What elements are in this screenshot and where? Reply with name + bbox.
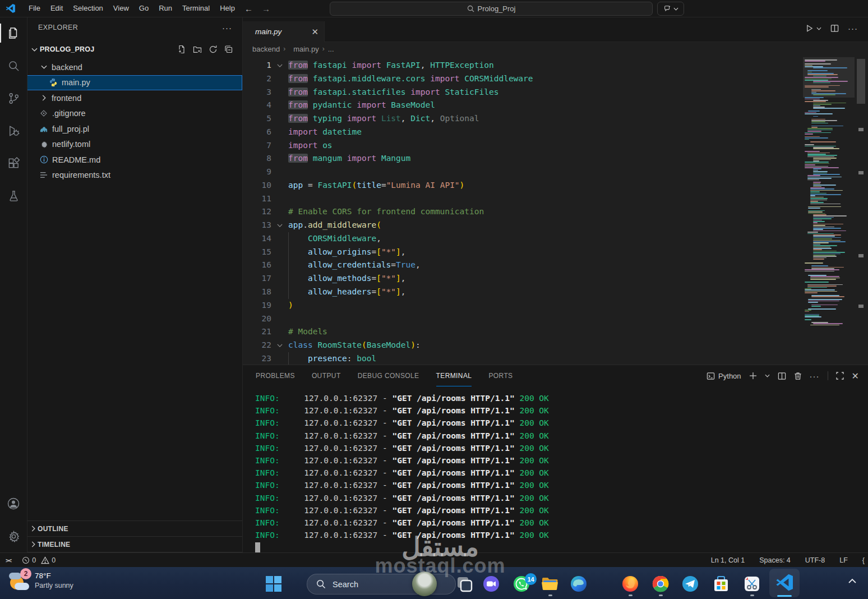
problems-status[interactable]: 0 0 xyxy=(22,556,56,564)
tree-item-requirements-txt[interactable]: requirements.txt xyxy=(27,168,242,183)
code-line-15[interactable]: 15 allow_origins=["*"], xyxy=(242,246,868,259)
panel-tab-debug-console[interactable]: DEBUG CONSOLE xyxy=(358,365,419,386)
explorer-more-actions[interactable]: ··· xyxy=(222,23,232,33)
code-line-13[interactable]: 13app.add_middleware( xyxy=(242,219,868,232)
menu-edit[interactable]: Edit xyxy=(45,0,68,17)
tree-item-full-proj-pl[interactable]: full_proj.pl xyxy=(27,121,242,137)
scrollbar-thumb[interactable] xyxy=(857,59,865,104)
maximize-panel-icon[interactable] xyxy=(836,372,844,380)
menu-file[interactable]: File xyxy=(24,0,45,17)
code-line-21[interactable]: 21# Models xyxy=(242,325,868,339)
menu-help[interactable]: Help xyxy=(215,0,240,17)
code-line-11[interactable]: 11 xyxy=(242,192,868,206)
show-hidden-icons-chevron[interactable] xyxy=(848,578,857,584)
panel-tab-problems[interactable]: PROBLEMS xyxy=(256,365,295,386)
activity-settings[interactable] xyxy=(0,520,27,552)
activity-account[interactable] xyxy=(0,487,27,520)
indentation[interactable]: Spaces: 4 xyxy=(759,556,791,564)
tree-item-main-py[interactable]: main.py xyxy=(27,75,242,91)
tree-item--gitignore[interactable]: .gitignore xyxy=(27,106,242,122)
run-button[interactable] xyxy=(805,24,821,33)
outline-section[interactable]: OUTLINE xyxy=(27,520,242,536)
refresh-icon[interactable] xyxy=(209,45,218,54)
menu-run[interactable]: Run xyxy=(154,0,177,17)
task-view-button[interactable] xyxy=(456,575,473,592)
split-terminal-icon[interactable] xyxy=(778,372,786,380)
chat-app-icon[interactable] xyxy=(483,575,500,592)
code-line-4[interactable]: 4from pydantic import BaseModel xyxy=(242,99,868,112)
code-line-20[interactable]: 20 xyxy=(242,312,868,326)
more-actions-icon[interactable]: ··· xyxy=(848,24,858,33)
activity-extensions[interactable] xyxy=(0,147,27,179)
telegram-icon[interactable] xyxy=(682,575,699,592)
fold-chevron-icon[interactable] xyxy=(271,219,288,232)
code-editor[interactable]: 1from fastapi import FastAPI, HTTPExcept… xyxy=(242,56,868,365)
code-line-22[interactable]: 22class RoomState(BaseModel): xyxy=(242,339,868,352)
firefox-icon[interactable] xyxy=(622,575,639,592)
tree-item-frontend[interactable]: frontend xyxy=(27,90,242,106)
eol[interactable]: LF xyxy=(839,556,848,564)
activity-search[interactable] xyxy=(0,49,27,82)
code-line-9[interactable]: 9 xyxy=(242,165,868,179)
vscode-taskbar-button[interactable] xyxy=(769,569,800,597)
timeline-section[interactable]: TIMELINE xyxy=(27,536,242,552)
collapse-all-icon[interactable] xyxy=(224,45,233,54)
close-panel-icon[interactable]: ✕ xyxy=(852,371,859,381)
new-terminal-icon[interactable] xyxy=(749,372,757,380)
code-line-12[interactable]: 12# Enable CORS for frontend communicati… xyxy=(242,205,868,219)
activity-explorer[interactable] xyxy=(0,17,27,49)
code-line-23[interactable]: 23 presence: bool xyxy=(242,352,868,365)
new-file-icon[interactable] xyxy=(177,45,186,54)
file-explorer-icon[interactable] xyxy=(541,575,558,592)
code-line-7[interactable]: 7import os xyxy=(242,139,868,153)
minimap[interactable] xyxy=(803,56,855,365)
language-mode[interactable]: { xyxy=(862,556,865,564)
new-folder-icon[interactable] xyxy=(193,45,202,54)
code-line-18[interactable]: 18 allow_headers=["*"], xyxy=(242,285,868,299)
panel-tab-ports[interactable]: PORTS xyxy=(488,365,513,386)
encoding[interactable]: UTF-8 xyxy=(805,556,825,564)
start-button[interactable] xyxy=(265,575,282,592)
code-line-17[interactable]: 17 allow_methods=["*"], xyxy=(242,272,868,285)
whatsapp-icon[interactable]: 14 xyxy=(513,575,530,592)
edge-icon[interactable] xyxy=(570,575,587,592)
menu-view[interactable]: View xyxy=(108,0,134,17)
more-actions-icon[interactable]: ··· xyxy=(810,371,820,381)
activity-source-control[interactable] xyxy=(0,82,27,114)
chrome-icon[interactable] xyxy=(652,575,669,592)
snipping-tool-icon[interactable] xyxy=(744,575,760,592)
editor-scrollbar[interactable] xyxy=(855,56,868,365)
code-line-16[interactable]: 16 allow_credentials=True, xyxy=(242,259,868,272)
breadcrumb-folder[interactable]: backend xyxy=(252,45,280,53)
back-arrow-icon[interactable]: ← xyxy=(240,4,257,13)
menu-go[interactable]: Go xyxy=(134,0,154,17)
code-line-5[interactable]: 5from typing import List, Dict, Optional xyxy=(242,112,868,126)
forward-arrow-icon[interactable]: → xyxy=(257,4,275,13)
copilot-button[interactable] xyxy=(657,2,684,16)
close-icon[interactable]: ✕ xyxy=(311,27,318,37)
code-line-10[interactable]: 10app = FastAPI(title="Lumina AI API") xyxy=(242,179,868,192)
breadcrumb[interactable]: backend › main.py › ... xyxy=(242,42,868,56)
bing-daily-image[interactable] xyxy=(412,572,437,596)
activity-testing[interactable] xyxy=(0,179,27,212)
split-editor-icon[interactable] xyxy=(830,24,839,33)
menu-selection[interactable]: Selection xyxy=(68,0,108,17)
panel-tab-output[interactable]: OUTPUT xyxy=(312,365,341,386)
tree-item-readme-md[interactable]: README.md xyxy=(27,152,242,168)
code-line-8[interactable]: 8from mangum import Mangum xyxy=(242,152,868,165)
chevron-down-icon[interactable] xyxy=(765,374,770,377)
panel-tab-terminal[interactable]: TERMINAL xyxy=(436,365,472,386)
code-line-1[interactable]: 1from fastapi import FastAPI, HTTPExcept… xyxy=(242,59,868,72)
command-center-search[interactable]: Prolog_Proj xyxy=(330,2,653,16)
code-line-14[interactable]: 14 CORSMiddleware, xyxy=(242,232,868,246)
breadcrumb-symbol[interactable]: ... xyxy=(328,45,334,53)
menu-terminal[interactable]: Terminal xyxy=(177,0,215,17)
code-line-19[interactable]: 19) xyxy=(242,299,868,312)
code-line-2[interactable]: 2from fastapi.middleware.cors import COR… xyxy=(242,72,868,86)
fold-chevron-icon[interactable] xyxy=(271,59,288,72)
breadcrumb-file[interactable]: main.py xyxy=(293,45,319,53)
cursor-position[interactable]: Ln 1, Col 1 xyxy=(711,556,745,564)
weather-widget[interactable]: 2 78°F Partly sunny xyxy=(9,572,73,593)
kill-terminal-icon[interactable] xyxy=(794,372,802,380)
tree-item-netlify-toml[interactable]: netlify.toml xyxy=(27,137,242,153)
